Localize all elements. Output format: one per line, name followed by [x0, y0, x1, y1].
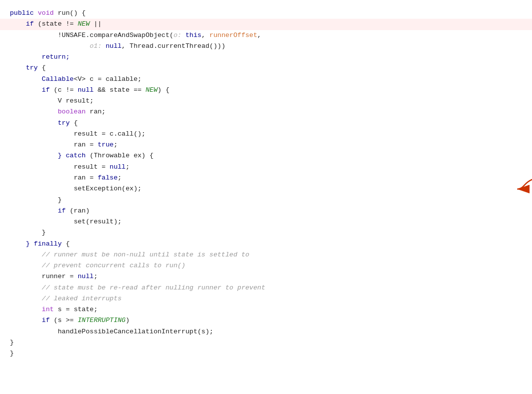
code-line: } [10, 337, 512, 348]
code-line: if (state != NEW || [0, 19, 532, 30]
code-line: if (s >= INTERRUPTING) [10, 315, 512, 326]
code-line: } [10, 195, 512, 206]
code-line: // prevent concurrent calls to run() [10, 260, 512, 271]
code-line: set(result); [10, 216, 512, 227]
code-line: result = c.call(); [10, 129, 512, 140]
code-line: return; [10, 52, 512, 63]
code-line: // runner must be non-null until state i… [10, 250, 512, 260]
code-line: } finally { [10, 239, 512, 250]
code-line: public void run() { [10, 8, 512, 19]
code-wrapper: public void run() { if (state != NEW || … [10, 8, 532, 359]
code-line: if (ran) [10, 206, 512, 216]
code-container: public void run() { if (state != NEW || … [10, 8, 532, 359]
code-line: handlePossibleCancellationInterrupt(s); [10, 326, 512, 337]
code-line: runner = null; [10, 271, 512, 282]
code-line: result = null; [10, 162, 512, 173]
code-line: try { [10, 63, 512, 73]
code-line: boolean ran; [10, 107, 512, 117]
code-line: try { [10, 118, 512, 129]
code-line: if (c != null && state == NEW) { [10, 85, 512, 96]
code-line: } catch (Throwable ex) { [10, 150, 512, 161]
code-line: ran = true; [10, 140, 512, 150]
code-line: ran = false; [10, 173, 512, 183]
code-line: } [10, 348, 512, 359]
code-line: V result; [10, 96, 512, 107]
code-line: Callable<V> c = callable; [10, 74, 512, 85]
code-block: public void run() { if (state != NEW || … [10, 8, 532, 359]
code-line: o1: null, Thread.currentThread())) [10, 41, 512, 52]
code-line: !UNSAFE.compareAndSwapObject(o: this, ru… [10, 30, 512, 41]
code-line: } [10, 227, 512, 238]
code-line: // state must be re-read after nulling r… [10, 283, 512, 293]
code-line: // leaked interrupts [10, 293, 512, 304]
code-line: int s = state; [10, 304, 512, 315]
code-line: setException(ex); [10, 183, 512, 194]
